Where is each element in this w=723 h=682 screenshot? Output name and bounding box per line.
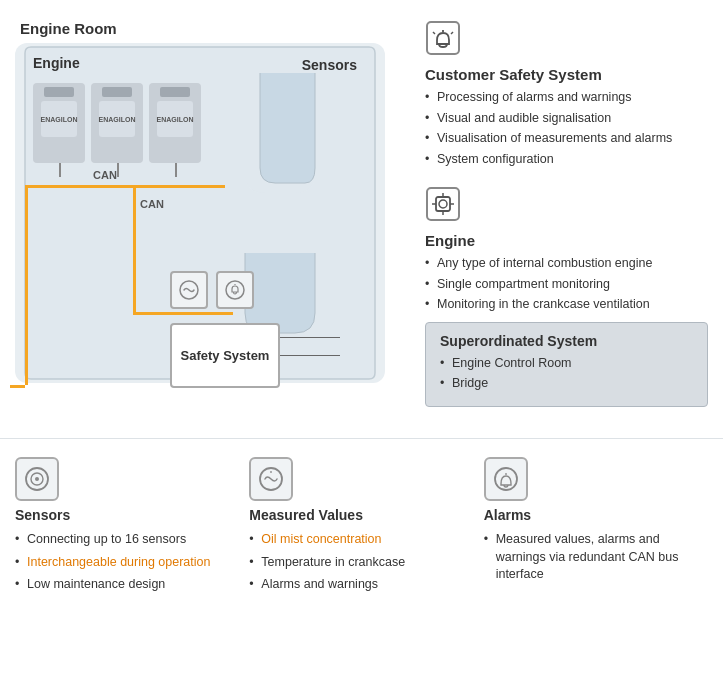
bottom-measured-list: Oil mist concentration Temperature in cr… <box>249 531 463 594</box>
orange-line-vertical-left <box>25 185 28 385</box>
svg-line-6 <box>451 32 453 34</box>
icon-box-wave <box>170 271 208 309</box>
svg-point-1 <box>226 281 244 299</box>
sensor-cable-2 <box>117 163 119 177</box>
bottom-alarms-col: Alarms Measured values, alarms and warni… <box>474 457 708 599</box>
bottom-measured-icon <box>249 457 293 501</box>
sensor-bottom-item-3: Low maintenance design <box>15 576 229 594</box>
alarm-icon-large <box>425 20 708 62</box>
superordinated-item-2: Bridge <box>440 375 693 393</box>
engine-item-1: Any type of internal combustion engine <box>425 255 708 273</box>
sensor-bottom-item-2: Interchangeable during operation <box>15 554 229 572</box>
orange-line-vertical <box>133 185 136 315</box>
bottom-measured-svg <box>257 465 285 493</box>
top-section: Engine Room Engine Sensors ENAGILON <box>0 0 723 430</box>
icon-boxes-area <box>170 271 254 309</box>
svg-point-16 <box>35 477 39 481</box>
measured-item-3: Alarms and warnings <box>249 576 463 594</box>
bottom-sensors-list: Connecting up to 16 sensors Interchangea… <box>15 531 229 594</box>
sensor-unit-1: ENAGILON <box>33 83 85 163</box>
can-label-mid: CAN <box>140 198 164 210</box>
svg-point-9 <box>439 200 447 208</box>
orange-line-extend-left <box>10 385 25 388</box>
bottom-sensors-col: Sensors Connecting up to 16 sensors Inte… <box>15 457 239 599</box>
info-area: Customer Safety System Processing of ala… <box>410 10 723 430</box>
orange-line-h2 <box>133 312 233 315</box>
customer-safety-item-4: System configuration <box>425 151 708 169</box>
sensor-inner-3: ENAGILON <box>157 101 193 137</box>
measured-item-2: Temperature in crankcase <box>249 554 463 572</box>
customer-safety-list: Processing of alarms and warnings Visual… <box>425 89 708 168</box>
bottom-measured-title: Measured Values <box>249 507 463 523</box>
alarm-svg <box>425 20 461 56</box>
sensor-cable-1 <box>59 163 61 177</box>
orange-line-horizontal <box>25 185 225 188</box>
measured-item-1: Oil mist concentration <box>249 531 463 549</box>
engine-room-title: Engine Room <box>20 20 410 37</box>
svg-rect-7 <box>427 188 459 220</box>
svg-rect-3 <box>427 22 459 54</box>
customer-safety-item-1: Processing of alarms and warnings <box>425 89 708 107</box>
sensor-unit-2: ENAGILON <box>91 83 143 163</box>
icon-box-bell <box>216 271 254 309</box>
customer-safety-title: Customer Safety System <box>425 66 708 83</box>
bottom-alarms-icon <box>484 457 528 501</box>
customer-safety-item-3: Visualisation of measurements and alarms <box>425 130 708 148</box>
sensor-group: ENAGILON ENAGILON ENAGILON <box>33 83 201 163</box>
customer-safety-item-2: Visual and audible signalisation <box>425 110 708 128</box>
bottom-alarms-svg <box>492 465 520 493</box>
bottom-measured-col: Measured Values Oil mist concentration T… <box>239 457 473 599</box>
engine-list: Any type of internal combustion engine S… <box>425 255 708 314</box>
can-label-top: CAN <box>93 169 117 181</box>
superordinated-title: Superordinated System <box>440 333 693 349</box>
bottom-sensors-title: Sensors <box>15 507 229 523</box>
engine-label: Engine <box>33 55 80 71</box>
engine-section: Engine Any type of internal combustion e… <box>425 186 708 407</box>
sensor-cable-3 <box>175 163 177 177</box>
sensor-bottom-item-1: Connecting up to 16 sensors <box>15 531 229 549</box>
engine-title: Engine <box>425 232 708 249</box>
superordinated-item-1: Engine Control Room <box>440 355 693 373</box>
engine-room-box: Engine Sensors ENAGILON ENAGILON ENAGILO… <box>15 43 385 383</box>
wave-icon <box>178 279 200 301</box>
bottom-alarms-list: Measured values, alarms and warnings via… <box>484 531 698 584</box>
alarms-item-1: Measured values, alarms and warnings via… <box>484 531 698 584</box>
safety-system-box: Safety System <box>170 323 280 388</box>
sensors-label: Sensors <box>302 57 357 73</box>
engine-icon <box>425 186 708 228</box>
bottom-alarms-title: Alarms <box>484 507 698 523</box>
bottom-sensor-icon <box>15 457 59 501</box>
engine-item-2: Single compartment monitoring <box>425 276 708 294</box>
engine-svg <box>425 186 461 222</box>
diagram-area: Engine Room Engine Sensors ENAGILON <box>0 10 410 430</box>
sensor-unit-3: ENAGILON <box>149 83 201 163</box>
superordinated-list: Engine Control Room Bridge <box>440 355 693 393</box>
bell-icon-small <box>224 279 246 301</box>
line-super-1 <box>280 337 340 338</box>
safety-system-label: Safety System <box>181 348 270 363</box>
svg-rect-8 <box>436 197 450 211</box>
sensor-inner-1: ENAGILON <box>41 101 77 137</box>
line-super-2 <box>280 355 340 356</box>
bottom-section: Sensors Connecting up to 16 sensors Inte… <box>0 438 723 609</box>
svg-line-5 <box>433 32 435 34</box>
sensor-inner-2: ENAGILON <box>99 101 135 137</box>
customer-safety-section: Customer Safety System Processing of ala… <box>425 20 708 168</box>
bottom-sensor-svg <box>23 465 51 493</box>
engine-item-3: Monitoring in the crankcase ventilation <box>425 296 708 314</box>
superordinated-box: Superordinated System Engine Control Roo… <box>425 322 708 407</box>
